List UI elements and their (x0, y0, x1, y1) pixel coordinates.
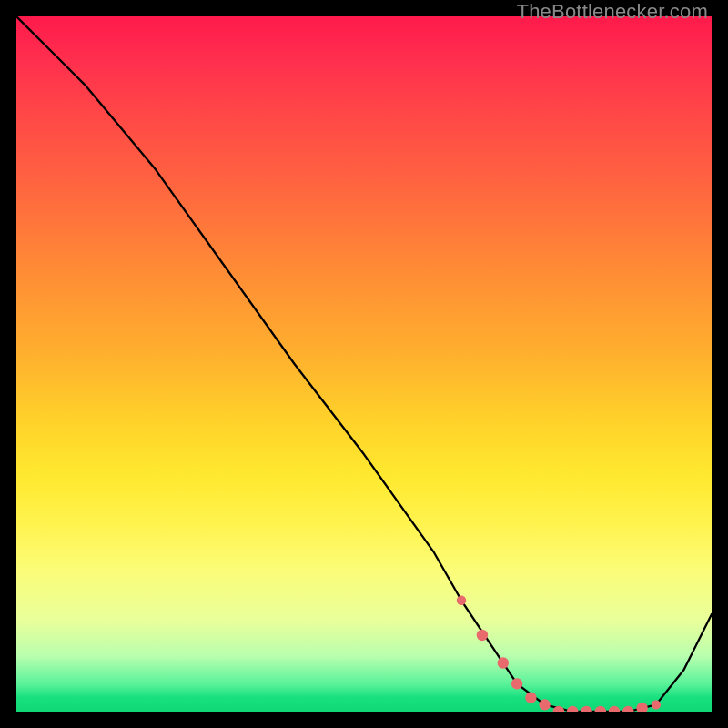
marker-point (581, 706, 592, 712)
marker-point (539, 699, 550, 710)
marker-point (477, 630, 488, 641)
chart-overlay (16, 16, 712, 712)
attribution-label: TheBottlenecker.com (517, 0, 708, 24)
marker-point (622, 706, 633, 712)
marker-point (595, 706, 606, 712)
marker-point (498, 657, 509, 668)
marker-point (652, 700, 661, 709)
marker-point (636, 703, 647, 712)
bottleneck-curve (16, 16, 712, 712)
highlighted-markers (457, 596, 661, 712)
marker-point (511, 678, 522, 689)
marker-point (457, 596, 466, 605)
marker-point (525, 693, 536, 703)
gradient-plot-area (16, 16, 712, 712)
chart-frame: TheBottlenecker.com (0, 0, 728, 728)
marker-point (567, 706, 578, 712)
marker-point (609, 706, 620, 712)
